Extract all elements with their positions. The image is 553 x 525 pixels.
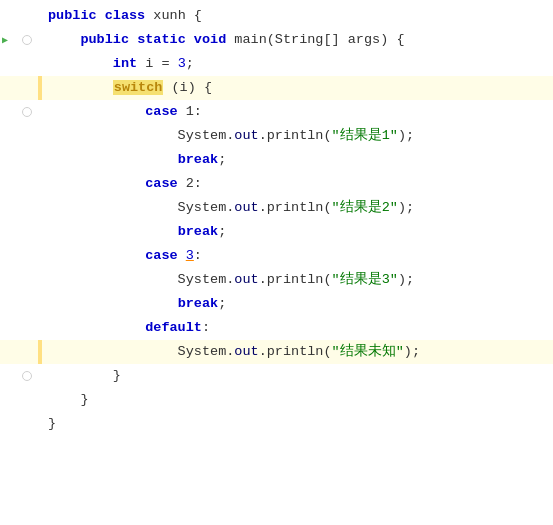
code-token bbox=[97, 8, 105, 23]
line-gutter bbox=[0, 220, 38, 244]
code-token: : bbox=[194, 248, 202, 263]
code-token-kw-string: "结果是3" bbox=[332, 272, 398, 287]
code-token-kw-int: int bbox=[113, 56, 137, 71]
code-token bbox=[48, 56, 113, 71]
code-token bbox=[178, 248, 186, 263]
breakpoint-indicator[interactable] bbox=[22, 35, 32, 45]
line-code: System.out.println("结果是3"); bbox=[42, 268, 553, 292]
code-token-kw-case: case bbox=[145, 176, 177, 191]
code-token: System. bbox=[48, 200, 234, 215]
code-token: System. bbox=[48, 272, 234, 287]
line-gutter bbox=[0, 292, 38, 316]
line-gutter bbox=[0, 268, 38, 292]
code-token bbox=[48, 224, 178, 239]
code-line: System.out.println("结果是3"); bbox=[0, 268, 553, 292]
run-arrow-icon: ▶ bbox=[2, 34, 8, 46]
line-gutter bbox=[0, 340, 38, 364]
code-token-kw-void: void bbox=[194, 32, 226, 47]
code-token: } bbox=[48, 416, 56, 431]
code-token: 2: bbox=[178, 176, 202, 191]
line-gutter bbox=[0, 76, 38, 100]
code-line: switch (i) { bbox=[0, 76, 553, 100]
code-line: System.out.println("结果未知"); bbox=[0, 340, 553, 364]
line-gutter bbox=[0, 52, 38, 76]
code-token: main(String[] args) { bbox=[226, 32, 404, 47]
code-token bbox=[48, 176, 145, 191]
code-line: case 1: bbox=[0, 100, 553, 124]
code-token-sys-out: out bbox=[234, 344, 258, 359]
code-line: break; bbox=[0, 292, 553, 316]
code-token: .println( bbox=[259, 344, 332, 359]
code-token: ; bbox=[218, 224, 226, 239]
code-token bbox=[48, 152, 178, 167]
line-gutter bbox=[0, 412, 38, 436]
code-token: ; bbox=[218, 152, 226, 167]
code-line: int i = 3; bbox=[0, 52, 553, 76]
line-code: break; bbox=[42, 148, 553, 172]
code-token-kw-public: public bbox=[48, 8, 97, 23]
code-editor: public class xunh {▶ public static void … bbox=[0, 0, 553, 525]
code-line: public class xunh { bbox=[0, 4, 553, 28]
code-line: } bbox=[0, 388, 553, 412]
line-gutter bbox=[0, 364, 38, 388]
code-token-kw-string: "结果未知" bbox=[332, 344, 404, 359]
code-token: : bbox=[202, 320, 210, 335]
code-token: 1: bbox=[178, 104, 202, 119]
code-token-number: 3 bbox=[178, 56, 186, 71]
line-code: int i = 3; bbox=[42, 52, 553, 76]
breakpoint-indicator[interactable] bbox=[22, 107, 32, 117]
code-token: ); bbox=[398, 200, 414, 215]
code-token: ; bbox=[186, 56, 194, 71]
code-token bbox=[129, 32, 137, 47]
code-token: } bbox=[48, 368, 121, 383]
line-code: public class xunh { bbox=[42, 4, 553, 28]
line-code: System.out.println("结果是1"); bbox=[42, 124, 553, 148]
code-token: ); bbox=[398, 272, 414, 287]
code-token-sys-out: out bbox=[234, 272, 258, 287]
line-code: } bbox=[42, 412, 553, 436]
code-token bbox=[186, 32, 194, 47]
line-gutter bbox=[0, 316, 38, 340]
code-token: System. bbox=[48, 344, 234, 359]
code-token: xunh { bbox=[145, 8, 202, 23]
line-gutter bbox=[0, 100, 38, 124]
code-token: i = bbox=[137, 56, 178, 71]
code-token bbox=[48, 296, 178, 311]
line-code: case 3: bbox=[42, 244, 553, 268]
code-token: ); bbox=[404, 344, 420, 359]
code-token: System. bbox=[48, 128, 234, 143]
code-content: public class xunh {▶ public static void … bbox=[0, 0, 553, 525]
code-token: .println( bbox=[259, 200, 332, 215]
line-code: default: bbox=[42, 316, 553, 340]
code-token bbox=[48, 320, 145, 335]
code-line: break; bbox=[0, 148, 553, 172]
code-token-kw-break: break bbox=[178, 224, 219, 239]
code-token-kw-break: break bbox=[178, 152, 219, 167]
code-line: case 2: bbox=[0, 172, 553, 196]
code-token-kw-string: "结果是1" bbox=[332, 128, 398, 143]
breakpoint-indicator[interactable] bbox=[22, 371, 32, 381]
number-token-underline: 3 bbox=[186, 248, 194, 263]
keyword-switch: switch bbox=[113, 80, 164, 95]
code-line: default: bbox=[0, 316, 553, 340]
line-code: } bbox=[42, 388, 553, 412]
code-token bbox=[48, 80, 113, 95]
line-code: case 2: bbox=[42, 172, 553, 196]
code-token-kw-default: default bbox=[145, 320, 202, 335]
code-token bbox=[48, 104, 145, 119]
code-token bbox=[48, 32, 80, 47]
code-line: } bbox=[0, 412, 553, 436]
code-line: ▶ public static void main(String[] args)… bbox=[0, 28, 553, 52]
code-token: (i) { bbox=[163, 80, 212, 95]
code-token-kw-public: public bbox=[80, 32, 129, 47]
code-token: ; bbox=[218, 296, 226, 311]
line-gutter bbox=[0, 196, 38, 220]
code-token bbox=[48, 248, 145, 263]
line-code: System.out.println("结果是2"); bbox=[42, 196, 553, 220]
line-code: System.out.println("结果未知"); bbox=[42, 340, 553, 364]
line-gutter bbox=[0, 244, 38, 268]
code-line: break; bbox=[0, 220, 553, 244]
code-token-kw-class: class bbox=[105, 8, 146, 23]
code-token-kw-case: case bbox=[145, 104, 177, 119]
line-gutter bbox=[0, 124, 38, 148]
